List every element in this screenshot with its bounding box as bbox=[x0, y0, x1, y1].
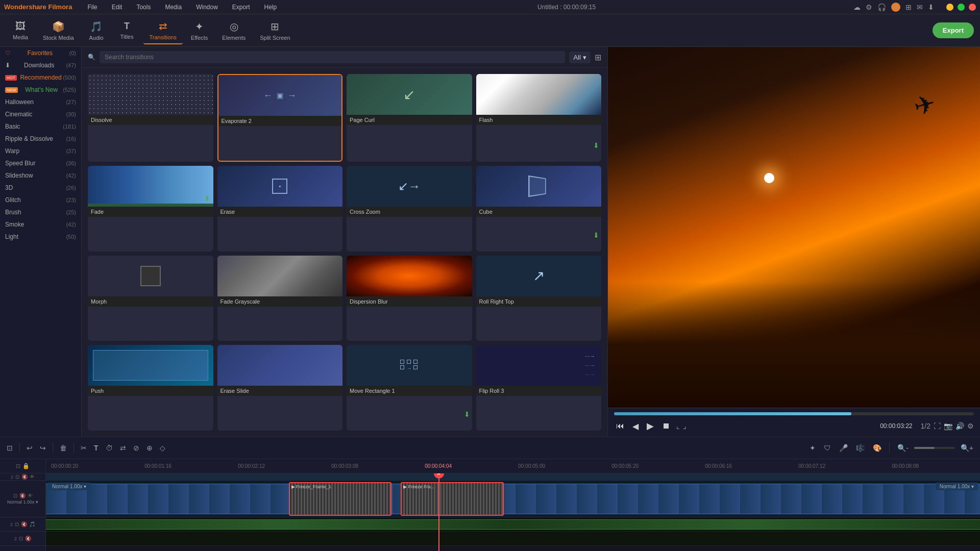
transition-erase-slide[interactable]: Erase Slide bbox=[217, 345, 343, 431]
search-input[interactable] bbox=[100, 51, 565, 63]
split-button[interactable]: ⊘ bbox=[131, 442, 142, 454]
main-video-clip[interactable] bbox=[46, 484, 980, 514]
minimize-button[interactable] bbox=[946, 4, 953, 11]
transition-erase[interactable]: ▪ Erase bbox=[217, 166, 343, 252]
grid-view-button[interactable]: ⊞ bbox=[595, 53, 601, 62]
menu-media[interactable]: Media bbox=[162, 3, 185, 12]
toolbar-effects[interactable]: ✦ Effects bbox=[185, 17, 214, 44]
in-point-icon[interactable]: ⌞ bbox=[676, 422, 680, 430]
scene-detect-button[interactable]: ⊡ bbox=[4, 442, 15, 454]
sidebar-item-downloads[interactable]: ⬇ Downloads (47) bbox=[0, 59, 81, 71]
vid-icon2[interactable]: 🔇 bbox=[19, 493, 26, 498]
toolbar-titles[interactable]: T Titles bbox=[113, 18, 141, 43]
sidebar-item-ripple-dissolve[interactable]: Ripple & Dissolve (16) bbox=[0, 133, 81, 145]
cut-button[interactable]: ✂ bbox=[78, 442, 89, 454]
grid-icon[interactable]: ⊞ bbox=[905, 3, 912, 11]
sidebar-item-halloween[interactable]: Halloween (27) bbox=[0, 96, 81, 108]
voiceover-button[interactable]: 🎤 bbox=[837, 442, 850, 454]
vid-icon1[interactable]: ⊡ bbox=[13, 493, 17, 498]
sidebar-item-glitch[interactable]: Glitch (23) bbox=[0, 194, 81, 206]
transition-morph[interactable]: Morph bbox=[88, 256, 213, 341]
zoom-in-button[interactable]: 🔍+ bbox=[958, 442, 976, 454]
download-arrow-icon[interactable]: ⬇ bbox=[928, 3, 934, 11]
aud2-icon1[interactable]: ⊡ bbox=[19, 536, 23, 541]
ai-button[interactable]: ✦ bbox=[807, 442, 818, 454]
screenshot-icon[interactable]: 📷 bbox=[944, 422, 952, 430]
settings-icon[interactable]: ⚙ bbox=[866, 3, 872, 11]
zoom-out-button[interactable]: 🔍- bbox=[895, 442, 911, 454]
menu-export[interactable]: Export bbox=[229, 3, 253, 12]
toolbar-elements[interactable]: ◎ Elements bbox=[216, 17, 252, 44]
menu-edit[interactable]: Edit bbox=[109, 3, 126, 12]
transition-evaporate2[interactable]: ← ▣ → Evaporate 2 bbox=[217, 74, 343, 162]
sidebar-item-brush[interactable]: Brush (25) bbox=[0, 206, 81, 218]
undo-button[interactable]: ↩ bbox=[24, 442, 35, 454]
sidebar-item-light[interactable]: Light (50) bbox=[0, 231, 81, 243]
crop-button[interactable]: ⊕ bbox=[144, 442, 155, 454]
sidebar-item-recommended[interactable]: Recommended (500) bbox=[0, 71, 81, 84]
transition-page-curl[interactable]: ↙ Page Curl bbox=[347, 74, 472, 162]
transition-cube[interactable]: Cube ⬇ bbox=[476, 166, 602, 252]
transition-flip-roll[interactable]: ···→ ···→ ···→ Flip Roll 3 bbox=[476, 345, 602, 431]
transition-dispersion-blur[interactable]: Dispersion Blur bbox=[347, 256, 472, 341]
play-back-button[interactable]: ◀ bbox=[630, 420, 641, 432]
color-match-button[interactable]: 🎨 bbox=[870, 442, 884, 454]
cloud-icon[interactable]: ☁ bbox=[853, 3, 861, 11]
sidebar-item-favorites[interactable]: ♡ Favorites (0) bbox=[0, 47, 81, 59]
aud1-icon2[interactable]: 🔇 bbox=[21, 521, 27, 527]
close-button[interactable] bbox=[969, 4, 976, 11]
mail-icon[interactable]: ✉ bbox=[917, 3, 923, 11]
menu-help[interactable]: Help bbox=[261, 3, 280, 12]
stop-button[interactable]: ⏹ bbox=[660, 420, 672, 432]
transition-move-rectangle[interactable]: → Move Rectangle 1 ⬇ bbox=[347, 345, 472, 431]
menu-tools[interactable]: Tools bbox=[133, 3, 154, 12]
fullscreen-icon[interactable]: ⛶ bbox=[934, 422, 941, 430]
progress-bar[interactable] bbox=[614, 412, 974, 415]
stabilize-button[interactable]: 🛡 bbox=[821, 442, 834, 454]
delete-button[interactable]: 🗑 bbox=[57, 442, 69, 454]
aud1-icon1[interactable]: ⊡ bbox=[15, 521, 19, 527]
redo-button[interactable]: ↪ bbox=[37, 442, 48, 454]
toolbar-stock-media[interactable]: 📦 Stock Media bbox=[37, 17, 80, 44]
export-button[interactable]: Export bbox=[933, 22, 974, 38]
freeze-clip-2-border[interactable]: ▶ Freeze Fra... bbox=[401, 482, 503, 516]
headphone-icon[interactable]: 🎧 bbox=[877, 3, 886, 11]
transition-tool-button[interactable]: ⇄ bbox=[117, 442, 129, 454]
title-tool-button[interactable]: T bbox=[91, 442, 101, 454]
transition-roll-right-top[interactable]: ↗ Roll Right Top bbox=[476, 256, 602, 341]
transition-fade[interactable]: ⬇ Fade bbox=[88, 166, 213, 252]
sidebar-item-whats-new[interactable]: What's New (525) bbox=[0, 84, 81, 96]
toolbar-transitions[interactable]: ⇄ Transitions bbox=[143, 17, 183, 44]
sidebar-item-slideshow[interactable]: Slideshow (42) bbox=[0, 169, 81, 182]
toolbar-split-screen[interactable]: ⊞ Split Screen bbox=[254, 17, 296, 44]
vid-icon3[interactable]: 👁 bbox=[28, 493, 33, 498]
prev-frame-button[interactable]: ⏮ bbox=[614, 420, 626, 432]
menu-window[interactable]: Window bbox=[193, 3, 221, 12]
transition-push[interactable]: Push bbox=[88, 345, 213, 431]
keyframe-button[interactable]: ◇ bbox=[157, 442, 168, 454]
filter-dropdown[interactable]: All ▾ bbox=[569, 52, 591, 63]
settings2-icon[interactable]: ⚙ bbox=[967, 422, 974, 430]
sidebar-item-speed-blur[interactable]: Speed Blur (36) bbox=[0, 157, 81, 169]
audio-normalize-button[interactable]: 🎼 bbox=[853, 442, 867, 454]
out-point-icon[interactable]: ⌟ bbox=[683, 422, 687, 430]
transition-fade-grayscale[interactable]: Fade Grayscale bbox=[217, 256, 343, 341]
toolbar-media[interactable]: 🖼 Media bbox=[6, 17, 35, 43]
sidebar-item-cinematic[interactable]: Cinematic (30) bbox=[0, 108, 81, 120]
freeze-clip-1-border[interactable]: ▶ Freeze_Frame_1 bbox=[289, 482, 391, 516]
toolbar-audio[interactable]: 🎵 Audio bbox=[82, 17, 111, 44]
play-button[interactable]: ▶ bbox=[645, 419, 656, 433]
sidebar-item-3d[interactable]: 3D (26) bbox=[0, 182, 81, 194]
sidebar-item-warp[interactable]: Warp (37) bbox=[0, 145, 81, 157]
transition-cross-zoom[interactable]: ↙→ Cross Zoom bbox=[347, 166, 472, 252]
audio-clip-1[interactable] bbox=[46, 519, 980, 530]
sidebar-item-basic[interactable]: Basic (181) bbox=[0, 120, 81, 133]
speed-button[interactable]: ⏱ bbox=[103, 442, 115, 454]
transition-dissolve[interactable]: Dissolve bbox=[88, 74, 213, 162]
aud2-icon2[interactable]: 🔇 bbox=[25, 536, 31, 541]
user-icon[interactable]: U bbox=[891, 3, 900, 12]
volume-icon[interactable]: 🔊 bbox=[955, 422, 964, 430]
aud1-icon3[interactable]: 🎵 bbox=[29, 521, 35, 527]
sidebar-item-smoke[interactable]: Smoke (42) bbox=[0, 218, 81, 231]
transition-flash[interactable]: Flash ⬇ bbox=[476, 74, 602, 162]
